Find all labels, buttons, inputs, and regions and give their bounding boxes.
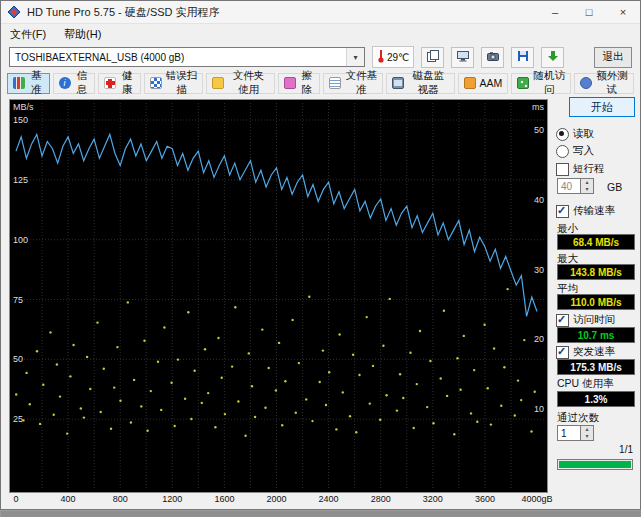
copy-button[interactable] bbox=[421, 47, 444, 68]
tab-label: 随机访问 bbox=[533, 69, 565, 97]
checkbox-burst-rate-control bbox=[556, 346, 569, 359]
minimize-button[interactable]: – bbox=[538, 1, 572, 23]
checkbox-access-time[interactable]: 访问时间 bbox=[556, 313, 615, 327]
tab-erase[interactable]: 擦除 bbox=[278, 73, 321, 94]
save-icon bbox=[516, 49, 530, 66]
chevron-down-icon[interactable]: ▾ bbox=[346, 48, 364, 66]
x-axis-tick: 1200 bbox=[162, 494, 182, 504]
export-button[interactable] bbox=[541, 47, 564, 68]
camera-button[interactable] bbox=[481, 47, 504, 68]
tab-benchmark[interactable]: 基准 bbox=[7, 73, 50, 94]
maximize-button[interactable]: □ bbox=[572, 1, 606, 23]
radio-write[interactable]: 写入 bbox=[556, 144, 594, 158]
spinner-up-icon[interactable]: ▴ bbox=[581, 426, 593, 433]
app-window: HD Tune Pro 5.75 - 硬盘/SSD 实用程序 – □ × 文件(… bbox=[0, 0, 641, 510]
progress-bar-fill bbox=[559, 461, 631, 468]
x-axis-tick: 4000gB bbox=[521, 494, 552, 504]
start-button[interactable]: 开始 bbox=[569, 97, 635, 117]
spinner-down-icon[interactable]: ▾ bbox=[581, 433, 593, 440]
health-cross-icon bbox=[104, 77, 116, 89]
checkbox-transfer-rate[interactable]: 传输速率 bbox=[556, 204, 615, 218]
title-bar: HD Tune Pro 5.75 - 硬盘/SSD 实用程序 – □ × bbox=[1, 1, 640, 24]
aam-speaker-icon bbox=[464, 77, 476, 89]
tab-extra-tests[interactable]: 额外测试 bbox=[574, 73, 634, 94]
avg-value: 110.0 MB/s bbox=[557, 294, 635, 310]
pass-count-spinner: ▴ ▾ bbox=[581, 425, 594, 441]
menu-item-file[interactable]: 文件(F) bbox=[1, 24, 55, 44]
extra-tests-icon bbox=[580, 77, 592, 89]
svg-text:ms: ms bbox=[532, 102, 544, 112]
monitor-icon bbox=[392, 77, 404, 89]
tab-file-benchmark[interactable]: 文件基准 bbox=[323, 73, 383, 94]
tab-error-scan[interactable]: 错误扫描 bbox=[144, 73, 204, 94]
save-button[interactable] bbox=[511, 47, 534, 68]
short-stroke-input[interactable]: 40 ▴ ▾ bbox=[557, 178, 594, 194]
tab-info[interactable]: i信息 bbox=[53, 73, 96, 94]
svg-text:50: 50 bbox=[13, 354, 23, 364]
pass-count-input[interactable]: 1 ▴ ▾ bbox=[557, 425, 594, 441]
info-icon: i bbox=[59, 77, 71, 89]
x-axis-labels: 040080012001600200024002800320036004000g… bbox=[10, 494, 547, 506]
screen-capture-button[interactable] bbox=[451, 47, 474, 68]
svg-text:150: 150 bbox=[13, 115, 28, 125]
x-axis-tick: 0 bbox=[13, 494, 18, 504]
svg-text:40: 40 bbox=[534, 195, 544, 205]
short-stroke-label: 短行程 bbox=[573, 162, 605, 176]
dice-icon bbox=[517, 77, 529, 89]
window-controls: – □ × bbox=[538, 1, 640, 23]
svg-text:25: 25 bbox=[13, 414, 23, 424]
benchmark-icon bbox=[13, 77, 25, 89]
close-button[interactable]: × bbox=[606, 1, 640, 23]
toolbar: TOSHIBAEXTERNAL_USB (4000 gB) ▾ 29℃ bbox=[1, 44, 640, 70]
eraser-icon bbox=[284, 77, 296, 89]
menu-bar: 文件(F) 帮助(H) bbox=[1, 24, 640, 44]
benchmark-plot: MB/sms1501251007550255040302010 bbox=[10, 100, 547, 492]
camera-icon bbox=[486, 49, 500, 66]
short-stroke-value[interactable]: 40 bbox=[557, 178, 581, 194]
tab-label: AAM bbox=[480, 77, 503, 89]
checkbox-short-stroke[interactable]: 短行程 bbox=[556, 162, 605, 176]
tab-folder-usage[interactable]: 文件夹使用 bbox=[206, 73, 274, 94]
screen: HD Tune Pro 5.75 - 硬盘/SSD 实用程序 – □ × 文件(… bbox=[0, 0, 641, 517]
screen-capture-icon bbox=[456, 49, 470, 66]
tab-label: 额外测试 bbox=[596, 69, 628, 97]
tab-random-access[interactable]: 随机访问 bbox=[511, 73, 571, 94]
drive-select[interactable]: TOSHIBAEXTERNAL_USB (4000 gB) ▾ bbox=[9, 47, 365, 67]
tab-disk-monitor[interactable]: 磁盘监视器 bbox=[386, 73, 454, 94]
radio-read[interactable]: 读取 bbox=[556, 127, 594, 141]
progress-bar bbox=[557, 459, 633, 470]
x-axis-tick: 2800 bbox=[371, 494, 391, 504]
exit-button[interactable]: 退出 bbox=[594, 47, 632, 68]
cpu-usage-value: 1.3% bbox=[557, 391, 635, 407]
short-stroke-spinner: ▴ ▾ bbox=[581, 178, 594, 194]
tab-label: 文件基准 bbox=[345, 69, 377, 97]
radio-read-label: 读取 bbox=[573, 127, 594, 141]
svg-text:75: 75 bbox=[13, 295, 23, 305]
pass-count-value[interactable]: 1 bbox=[557, 425, 581, 441]
svg-text:10: 10 bbox=[534, 404, 544, 414]
window-title: HD Tune Pro 5.75 - 硬盘/SSD 实用程序 bbox=[27, 5, 220, 20]
file-benchmark-icon bbox=[329, 77, 341, 89]
spinner-up-icon[interactable]: ▴ bbox=[581, 179, 593, 186]
min-value: 68.4 MB/s bbox=[557, 234, 635, 250]
x-axis-tick: 1600 bbox=[214, 494, 234, 504]
x-axis-tick: 3600 bbox=[475, 494, 495, 504]
tab-label: 文件夹使用 bbox=[228, 69, 268, 97]
copy-icon bbox=[426, 49, 440, 66]
control-panel: 开始 读取 写入 短行程 40 ▴ ▾ GB bbox=[553, 97, 637, 491]
svg-text:125: 125 bbox=[13, 175, 28, 185]
tab-label: 磁盘监视器 bbox=[408, 69, 448, 97]
menu-item-help[interactable]: 帮助(H) bbox=[55, 24, 110, 44]
burst-rate-label: 突发速率 bbox=[573, 345, 615, 359]
folder-icon bbox=[212, 77, 224, 89]
radio-read-control bbox=[556, 128, 569, 141]
transfer-rate-label: 传输速率 bbox=[573, 204, 615, 218]
tab-health[interactable]: 健康 bbox=[98, 73, 141, 94]
tab-label: 信息 bbox=[75, 69, 90, 97]
tab-label: 错误扫描 bbox=[166, 69, 198, 97]
checkbox-burst-rate[interactable]: 突发速率 bbox=[556, 345, 615, 359]
spinner-down-icon[interactable]: ▾ bbox=[581, 186, 593, 193]
tab-bar: 基准 i信息 健康 错误扫描 文件夹使用 擦除 文件基准 磁盘监视器 AAM 随… bbox=[1, 70, 640, 96]
svg-text:20: 20 bbox=[534, 334, 544, 344]
tab-aam[interactable]: AAM bbox=[458, 73, 509, 94]
